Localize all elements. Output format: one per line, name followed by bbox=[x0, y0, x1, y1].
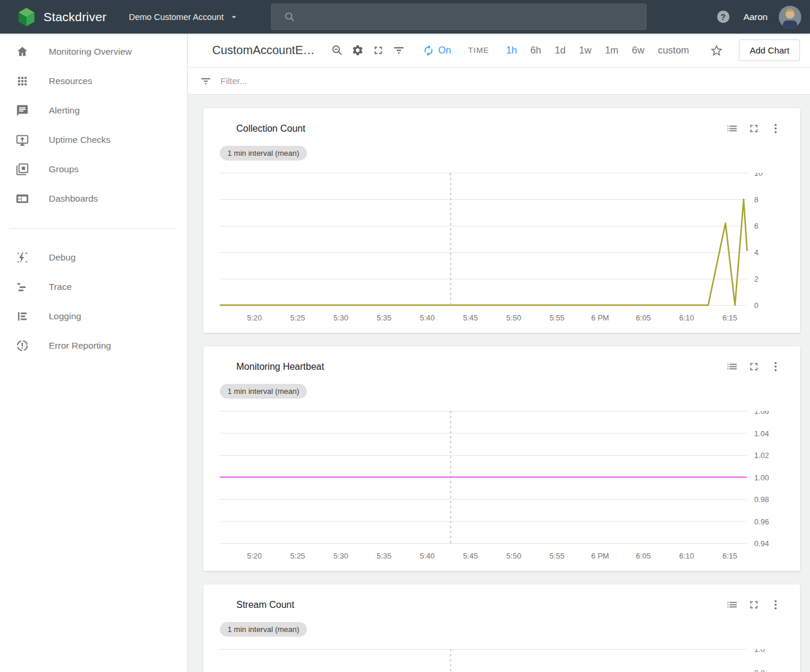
range-6w[interactable]: 6w bbox=[632, 42, 644, 58]
sidebar-item-groups[interactable]: Groups bbox=[0, 155, 187, 184]
chart-canvas[interactable]: 10864205:205:255:305:355:405:455:505:556… bbox=[220, 173, 788, 326]
sidebar-item-uptime-checks[interactable]: Uptime Checks bbox=[0, 125, 187, 155]
chart-card-collection-count: Collection Count1 min interval (mean)108… bbox=[203, 108, 800, 333]
sidebar-item-error-reporting[interactable]: Error Reporting bbox=[0, 331, 187, 360]
y-tick-label: 1.06 bbox=[754, 411, 769, 416]
fullscreen-button[interactable] bbox=[368, 42, 389, 59]
sidebar-item-label: Logging bbox=[49, 311, 81, 322]
x-tick-label: 5:40 bbox=[420, 551, 434, 560]
legend-list-icon bbox=[726, 360, 738, 373]
range-custom[interactable]: custom bbox=[658, 42, 689, 58]
sidebar-item-trace[interactable]: Trace bbox=[0, 272, 187, 302]
expand-chart-button[interactable] bbox=[745, 359, 763, 374]
filter-button[interactable] bbox=[389, 42, 409, 59]
chart-more-menu-button[interactable] bbox=[767, 359, 785, 374]
y-tick-label: 0.96 bbox=[754, 517, 769, 526]
y-tick-label: 0.94 bbox=[754, 539, 769, 548]
user-name: Aaron bbox=[744, 12, 768, 22]
x-tick-label: 5:35 bbox=[377, 551, 391, 560]
x-tick-label: 5:45 bbox=[463, 313, 478, 322]
account-name: Demo Customer Account bbox=[129, 12, 223, 22]
stackdriver-logo-icon bbox=[16, 6, 37, 28]
sidebar-item-label: Groups bbox=[49, 164, 79, 175]
dashboard-tools bbox=[327, 42, 409, 59]
chart-card-header: Monitoring Heartbeat bbox=[220, 359, 785, 374]
time-label: TIME bbox=[468, 46, 489, 55]
favorite-star-icon[interactable] bbox=[707, 41, 726, 60]
chart-canvas[interactable]: 1.00.8 bbox=[220, 649, 788, 672]
magnifier-minus-icon bbox=[331, 44, 343, 56]
avatar-photo bbox=[779, 6, 801, 28]
chart-filter-input[interactable] bbox=[219, 75, 513, 86]
legend-button[interactable] bbox=[723, 597, 741, 612]
x-tick-label: 6:05 bbox=[636, 313, 651, 322]
alert-bubble-icon bbox=[16, 104, 29, 117]
sidebar-item-label: Alerting bbox=[49, 105, 80, 116]
expand-chart-button[interactable] bbox=[745, 121, 763, 136]
sidebar-item-alerting[interactable]: Alerting bbox=[0, 96, 187, 125]
x-tick-label: 5:45 bbox=[463, 551, 478, 560]
caret-down-icon bbox=[229, 12, 239, 22]
filter-lines-icon bbox=[200, 75, 212, 87]
chart-actions bbox=[723, 121, 785, 136]
range-1m[interactable]: 1m bbox=[605, 42, 618, 58]
sidebar-item-logging[interactable]: Logging bbox=[0, 302, 187, 331]
y-tick-label: 8 bbox=[754, 195, 758, 204]
sidebar-item-label: Uptime Checks bbox=[49, 135, 111, 145]
interval-badge: 1 min interval (mean) bbox=[220, 146, 307, 161]
x-tick-label: 6:10 bbox=[679, 551, 694, 560]
chart-card-header: Stream Count bbox=[220, 597, 785, 612]
chart-card-monitoring-heartbeat: Monitoring Heartbeat1 min interval (mean… bbox=[203, 346, 800, 571]
sidebar-divider bbox=[9, 228, 176, 229]
auto-refresh-toggle[interactable]: On bbox=[420, 42, 454, 59]
debug-bolt-icon bbox=[16, 251, 29, 264]
y-tick-label: 0.98 bbox=[754, 495, 769, 504]
x-tick-label: 5:30 bbox=[333, 313, 348, 322]
sidebar-item-dashboards[interactable]: Dashboards bbox=[0, 184, 187, 213]
x-tick-label: 5:25 bbox=[290, 551, 305, 560]
home-icon bbox=[16, 45, 29, 58]
error-reporting-icon bbox=[16, 339, 29, 352]
sidebar-item-debug[interactable]: Debug bbox=[0, 243, 187, 272]
dashboards-icon bbox=[16, 192, 29, 205]
expand-chart-button[interactable] bbox=[745, 597, 763, 612]
interval-badge: 1 min interval (mean) bbox=[220, 384, 307, 399]
sidebar-item-resources[interactable]: Resources bbox=[0, 66, 187, 96]
trace-icon bbox=[16, 280, 29, 293]
x-tick-label: 5:50 bbox=[506, 313, 521, 322]
x-tick-label: 5:55 bbox=[550, 551, 564, 560]
expand-icon bbox=[748, 122, 760, 135]
main-content: CustomAccountE… On TIME 1h6h1d1w1m6wcust… bbox=[188, 34, 810, 672]
settings-button[interactable] bbox=[347, 42, 368, 59]
chart-actions bbox=[723, 359, 785, 374]
range-6h[interactable]: 6h bbox=[530, 42, 541, 58]
chart-title: Collection Count bbox=[236, 123, 305, 134]
chart-canvas[interactable]: 1.061.041.021.000.980.960.945:205:255:30… bbox=[220, 411, 788, 564]
more-vert-icon bbox=[769, 122, 782, 135]
y-tick-label: 6 bbox=[754, 222, 758, 230]
add-chart-button[interactable]: Add Chart bbox=[739, 39, 800, 61]
x-tick-label: 5:40 bbox=[420, 313, 434, 322]
range-1w[interactable]: 1w bbox=[579, 42, 591, 58]
sidebar-item-monitoring-overview[interactable]: Monitoring Overview bbox=[0, 37, 187, 66]
account-switcher[interactable]: Demo Customer Account bbox=[126, 8, 242, 26]
range-1h[interactable]: 1h bbox=[506, 42, 517, 58]
zoom-out-button[interactable] bbox=[327, 42, 347, 59]
search-icon bbox=[284, 11, 295, 22]
legend-button[interactable] bbox=[723, 359, 741, 374]
chart-more-menu-button[interactable] bbox=[767, 121, 785, 136]
x-tick-label: 5:20 bbox=[247, 313, 262, 322]
page-title: CustomAccountE… bbox=[212, 44, 315, 57]
search-input[interactable] bbox=[303, 4, 638, 29]
global-search[interactable] bbox=[271, 4, 647, 30]
range-1d[interactable]: 1d bbox=[555, 42, 565, 58]
logging-icon bbox=[16, 310, 29, 323]
y-tick-label: 1.0 bbox=[754, 649, 765, 654]
x-tick-label: 5:35 bbox=[377, 313, 391, 322]
help-icon[interactable]: ? bbox=[717, 11, 729, 23]
chart-more-menu-button[interactable] bbox=[767, 597, 785, 612]
user-avatar[interactable] bbox=[779, 6, 801, 28]
legend-button[interactable] bbox=[723, 121, 741, 136]
x-tick-label: 5:20 bbox=[247, 551, 262, 560]
time-range-group: 1h6h1d1w1m6wcustom bbox=[493, 42, 689, 58]
